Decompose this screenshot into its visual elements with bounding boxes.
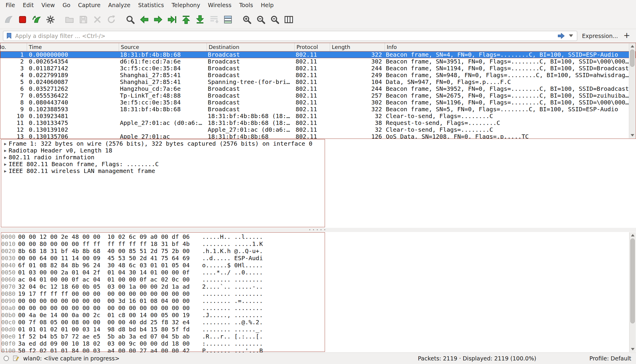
packet-row[interactable]: 60.035271262Hangzhou_cd:7a:6eBroadcast80… (0, 85, 636, 92)
hex-ascii[interactable]: .J....., ........ (202, 311, 263, 319)
hex-row[interactable]: 00406f 01 08 82 84 8b 96 24 30 48 6c 03 … (0, 262, 636, 269)
hex-row[interactable]: 00a000 00 00 00 00 00 00 00 00 00 00 00 … (0, 304, 636, 311)
detail-row[interactable]: 802.11 radio information (0, 154, 636, 161)
packet-row[interactable]: 110.130133475Apple_27:01:ac (d0:a6:…18:3… (0, 120, 636, 126)
zoom-out-icon[interactable] (254, 12, 268, 27)
menu-telephony[interactable]: Telephony (168, 0, 204, 10)
hex-ascii[interactable]: .....H.. ..l..... (202, 233, 263, 240)
expert-info-icon[interactable] (4, 356, 9, 361)
hex-ascii[interactable]: ........ ........ (202, 290, 263, 297)
hex-ascii[interactable]: ........ ........ (202, 276, 263, 283)
column-header-info[interactable]: Info (385, 43, 629, 51)
menu-statistics[interactable]: Statistics (134, 0, 168, 10)
scrollbar-thumb[interactable] (630, 239, 635, 323)
menu-tools[interactable]: Tools (235, 0, 257, 10)
display-filter-input[interactable] (13, 33, 557, 39)
hex-ascii[interactable]: P....... ...'...B (202, 347, 263, 352)
hex-bytes[interactable]: 00 00 80 00 00 00 ff ff ff ff ff ff 18 3… (18, 240, 202, 247)
go-to-packet-icon[interactable] (165, 12, 179, 27)
hex-bytes[interactable]: 00 00 64 00 11 14 00 09 45 53 50 2d 41 7… (18, 255, 202, 262)
packet-row[interactable]: 80.0804437403e:f5:cc:0e:35:84Broadcast80… (0, 99, 636, 106)
menu-edit[interactable]: Edit (19, 0, 38, 10)
expander-icon[interactable] (2, 140, 9, 147)
hex-row[interactable]: 00b000 4a 0e 14 00 0a 00 2c 01 c8 00 14 … (0, 311, 636, 319)
resize-columns-icon[interactable] (282, 12, 296, 27)
hex-bytes[interactable]: 6f 01 08 82 84 8b 96 24 30 48 6c 03 01 0… (18, 262, 202, 269)
hex-bytes[interactable]: 00 00 00 00 00 00 00 00 00 3d 16 01 08 0… (18, 297, 202, 304)
detail-row[interactable]: Radiotap Header v0, Length 18 (0, 147, 636, 154)
hex-row[interactable]: 0060ac 04 01 00 00 0f ac 04 01 00 00 0f … (0, 276, 636, 283)
hex-row[interactable]: 00e01f 52 b4 b5 b7 72 ae e5 5b ab 3a ed … (0, 333, 636, 340)
hex-row[interactable]: 00d001 01 01 02 01 00 03 14 98 d8 bd b4 … (0, 326, 636, 333)
hex-ascii[interactable]: ........ ........ (202, 304, 263, 311)
detail-row[interactable]: Frame 1: 322 bytes on wire (2576 bits), … (0, 140, 636, 147)
expander-icon[interactable] (2, 154, 9, 161)
pane-splitter[interactable] (0, 228, 636, 232)
hex-bytes[interactable]: 01 01 01 02 01 00 03 14 98 d8 bd b4 15 8… (18, 326, 202, 333)
hex-row[interactable]: 008019 17 ff ff ff 00 00 00 00 00 00 00 … (0, 290, 636, 297)
zoom-in-icon[interactable] (240, 12, 254, 27)
packet-row[interactable]: 130.130135706Apple_27:01:ac18:31:bf:4b:8… (0, 133, 636, 139)
display-filter-field[interactable] (3, 31, 577, 41)
hex-ascii[interactable]: .R...r.. [.:...[. (202, 333, 263, 340)
hex-bytes[interactable]: 00 4a 0e 14 00 0a 00 2c 01 c8 00 14 00 0… (18, 311, 202, 319)
hex-bytes[interactable]: 19 17 ff ff ff 00 00 00 00 00 00 00 00 0… (18, 290, 202, 297)
expression-button[interactable]: Expression... (582, 33, 618, 39)
packet-row[interactable]: 40.022799189Shanghai_27:85:41Broadcast80… (0, 72, 636, 79)
hex-row[interactable]: 000000 00 12 00 2e 48 00 00 10 02 6c 09 … (0, 233, 636, 240)
detail-row[interactable]: IEEE 802.11 Beacon frame, Flags: .......… (0, 161, 636, 168)
hex-row[interactable]: 001000 00 80 00 00 00 ff ff ff ff ff ff … (0, 240, 636, 247)
hex-bytes[interactable]: 50 f2 02 01 01 84 00 03 a4 00 00 27 a4 0… (18, 347, 202, 352)
scroll-up-button[interactable] (629, 43, 635, 49)
capture-comment-icon[interactable] (12, 355, 20, 362)
detail-row[interactable]: IEEE 802.11 wireless LAN management fram… (0, 168, 636, 174)
hex-row[interactable]: 009000 00 00 00 00 00 00 00 00 3d 16 01 … (0, 297, 636, 304)
hex-ascii[interactable]: ........ .....1.K (202, 240, 263, 247)
filter-bookmark-icon[interactable] (5, 32, 13, 39)
zoom-reset-icon[interactable] (268, 12, 282, 27)
menu-view[interactable]: View (38, 0, 59, 10)
go-first-icon[interactable] (179, 12, 193, 27)
hex-ascii[interactable]: 2....`.. .....-.. (202, 283, 263, 290)
menu-file[interactable]: File (2, 0, 19, 10)
capture-restart-icon[interactable] (29, 12, 43, 27)
menu-go[interactable]: Go (59, 0, 74, 10)
hex-row[interactable]: 00c000 7f 08 05 00 08 00 00 00 00 40 dd … (0, 319, 636, 326)
colorize-icon[interactable] (221, 12, 235, 27)
hex-ascii[interactable]: ........ ......_. (202, 326, 263, 333)
hex-ascii[interactable]: o......$ 0Hl..... (202, 262, 263, 269)
scrollbar-thumb[interactable] (630, 50, 635, 67)
hex-bytes[interactable]: 00 00 00 00 00 00 00 00 00 00 00 00 00 0… (18, 304, 202, 311)
scroll-down-button[interactable] (629, 346, 636, 352)
packet-row[interactable]: 10.00000000018:31:bf:4b:8b:68Broadcast80… (0, 51, 636, 58)
splitter-handle-icon[interactable] (309, 229, 327, 231)
scroll-down-button[interactable] (629, 132, 635, 138)
hex-bytes[interactable]: 00 00 12 00 2e 48 00 00 10 02 6c 09 a0 0… (18, 233, 202, 240)
packet-list-scrollbar[interactable] (629, 43, 635, 138)
expander-icon[interactable] (2, 168, 9, 174)
filter-apply-button[interactable] (557, 32, 565, 40)
hex-ascii[interactable]: :....... ........ (202, 340, 263, 347)
packet-row[interactable]: 90.10238859318:31:bf:4b:8b:68Broadcast80… (0, 106, 636, 113)
hex-row[interactable]: 00208b 68 18 31 bf 4b 8b 68 40 00 85 51 … (0, 247, 636, 255)
hex-ascii[interactable]: ....*../ ..0..... (202, 269, 263, 276)
packet-row[interactable]: 70.055536422Tp-LinkT_ef:48:88Broadcast80… (0, 92, 636, 99)
capture-stop-icon[interactable] (15, 12, 29, 27)
hex-row[interactable]: 005001 03 00 00 2a 01 04 2f 01 04 30 14 … (0, 269, 636, 276)
go-last-icon[interactable] (193, 12, 207, 27)
column-header-source[interactable]: Source (119, 43, 207, 51)
capture-options-icon[interactable] (43, 12, 57, 27)
hex-bytes[interactable]: ac 04 01 00 00 0f ac 04 01 00 00 0f ac 0… (18, 276, 202, 283)
hex-bytes[interactable]: 3a ed dd 09 00 10 18 02 03 00 9c 00 00 d… (18, 340, 202, 347)
packet-row[interactable]: 100.10392348118:31:bf:4b:8b:68 (18:…802.… (0, 113, 636, 120)
hex-ascii[interactable]: ........ .=...... (202, 297, 263, 304)
hex-row[interactable]: 010050 f2 02 01 01 84 00 03 a4 00 00 27 … (0, 347, 636, 352)
hex-ascii[interactable]: .h.1.K.h @..Q-u+. (202, 247, 263, 255)
profile-button[interactable]: Profile: Default (589, 355, 631, 362)
packet-row[interactable]: 120.130139102Apple_27:01:ac (d0:a6:…802.… (0, 126, 636, 133)
hex-bytes[interactable]: 00 7f 08 05 00 08 00 00 00 00 40 dd 25 f… (18, 319, 202, 326)
find-packet-icon[interactable] (123, 12, 137, 27)
packet-row[interactable]: 50.024060087Shanghai_27:85:41Spanning-tr… (0, 79, 636, 85)
packet-row[interactable]: 20.002654354d6:61:fe:cd:7a:6eBroadcast80… (0, 58, 636, 65)
menu-capture[interactable]: Capture (74, 0, 104, 10)
